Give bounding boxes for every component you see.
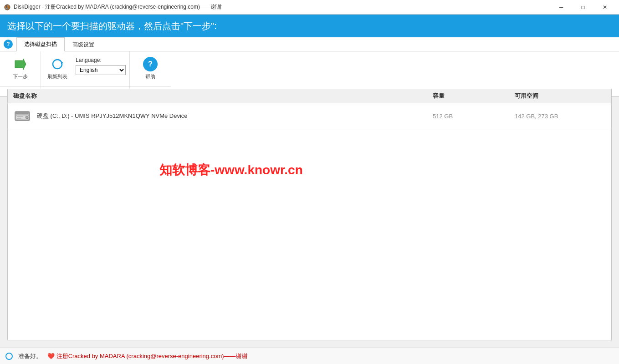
crack-text: ❤️ 注册Cracked by MADARA (cracking@reverse… (47, 352, 248, 360)
help-circle: ? (143, 57, 158, 71)
disk-table-header: 磁盘名称 容量 可用空间 (8, 89, 611, 103)
language-dropdown[interactable]: English (76, 65, 126, 75)
col-header-free: 可用空间 (515, 92, 606, 100)
arrow-right-icon (13, 57, 28, 71)
refresh-list-label: 刷新列表 (47, 73, 67, 80)
title-bar: DiskDigger - 注册Cracked by MADARA (cracki… (0, 0, 619, 15)
disk-table: 磁盘名称 容量 可用空间 硬盘 (C:, D:) - UMIS RPJYJ512… (7, 89, 612, 340)
disk-name: 硬盘 (C:, D:) - UMIS RPJYJ512MKN1QWY NVMe … (37, 112, 433, 120)
close-button[interactable]: ✕ (594, 0, 615, 15)
help-icon: ? (143, 57, 158, 71)
svg-marker-3 (15, 59, 26, 70)
col-header-name: 磁盘名称 (13, 92, 433, 100)
status-bar: 准备好。 ❤️ 注册Cracked by MADARA (cracking@re… (0, 348, 619, 364)
svg-rect-2 (5, 8, 8, 9)
svg-rect-6 (15, 111, 30, 114)
title-bar-left: DiskDigger - 注册Cracked by MADARA (cracki… (4, 3, 222, 11)
svg-point-8 (26, 116, 28, 119)
svg-rect-9 (17, 116, 23, 117)
language-label: Language: (76, 57, 126, 63)
maximize-button[interactable]: □ (573, 0, 593, 15)
refresh-icon (50, 57, 65, 71)
main-area: 磁盘名称 容量 可用空间 硬盘 (C:, D:) - UMIS RPJYJ512… (4, 85, 615, 344)
title-text: DiskDigger - 注册Cracked by MADARA (cracki… (14, 3, 222, 11)
help-label: 帮助 (145, 73, 155, 80)
ready-text: 准备好。 (18, 352, 42, 360)
help-button[interactable]: ? 帮助 (139, 55, 162, 81)
app-icon (4, 4, 11, 11)
svg-rect-1 (6, 5, 7, 8)
tab-advanced-settings[interactable]: 高级设置 (65, 38, 102, 51)
disk-free: 142 GB, 273 GB (515, 113, 606, 120)
header-title: 选择以下的一个要扫描的驱动器，然后点击"下一步": (7, 20, 217, 32)
disk-capacity: 512 GB (433, 113, 515, 120)
table-row[interactable]: 硬盘 (C:, D:) - UMIS RPJYJ512MKN1QWY NVMe … (8, 103, 611, 129)
status-indicator (5, 353, 13, 360)
refresh-list-button[interactable]: 刷新列表 (45, 55, 70, 81)
disk-icon (13, 107, 31, 125)
language-selector: Language: English (76, 55, 126, 77)
tab-select-disk[interactable]: 选择磁盘扫描 (16, 37, 65, 51)
help-circle-icon[interactable]: ? (4, 40, 13, 49)
minimize-button[interactable]: ─ (551, 0, 572, 15)
hdd-svg (14, 108, 31, 124)
next-step-button[interactable]: 下一步 (9, 55, 32, 81)
svg-rect-10 (17, 118, 21, 119)
col-header-capacity: 容量 (433, 92, 515, 100)
header-bar: 选择以下的一个要扫描的驱动器，然后点击"下一步": (0, 15, 619, 37)
ribbon-tabs-row: ? 选择磁盘扫描 高级设置 (0, 37, 619, 51)
next-step-label: 下一步 (13, 73, 28, 80)
title-bar-controls: ─ □ ✕ (551, 0, 615, 15)
